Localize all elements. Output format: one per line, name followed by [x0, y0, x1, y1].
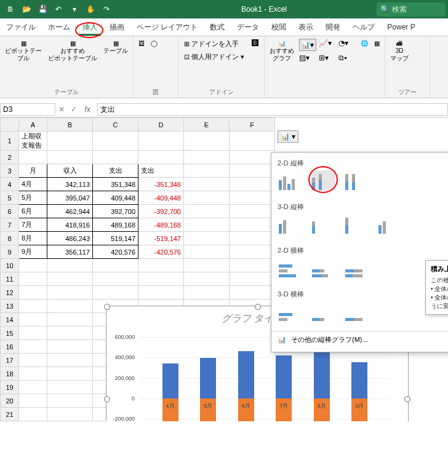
- cell[interactable]: [230, 191, 275, 205]
- cell[interactable]: [184, 259, 230, 272]
- qat-touch-icon[interactable]: ✋: [84, 2, 97, 16]
- cell[interactable]: [47, 286, 93, 299]
- bing-icon[interactable]: 🅱: [250, 39, 260, 47]
- tab-データ[interactable]: データ: [231, 20, 265, 35]
- row-header[interactable]: 3: [1, 164, 19, 178]
- cell[interactable]: [93, 132, 138, 151]
- row-header[interactable]: 1: [1, 132, 19, 151]
- shapes-button[interactable]: ◯: [150, 39, 159, 49]
- search-box[interactable]: 🔍 検索: [377, 2, 446, 17]
- cell[interactable]: -519,147: [138, 232, 184, 245]
- cell[interactable]: [230, 272, 275, 286]
- cell[interactable]: 420,576: [93, 245, 138, 259]
- cell[interactable]: [19, 286, 47, 299]
- row-header[interactable]: 14: [1, 313, 19, 327]
- tab-開発[interactable]: 開発: [319, 20, 346, 35]
- cell[interactable]: [19, 327, 47, 340]
- cell[interactable]: 8月: [19, 232, 47, 245]
- qat-save-icon[interactable]: 💾: [36, 2, 49, 16]
- get-addins-button[interactable]: ⊞ アドインを入手: [182, 39, 246, 49]
- cell[interactable]: 月: [19, 164, 47, 178]
- row-header[interactable]: 7: [1, 218, 19, 232]
- tab-ページ レイアウト[interactable]: ページ レイアウト: [130, 20, 204, 35]
- cell[interactable]: 支出: [138, 164, 184, 178]
- row-header[interactable]: 4: [1, 178, 19, 191]
- row-header[interactable]: 19: [1, 381, 19, 394]
- cell[interactable]: [93, 272, 138, 286]
- cell[interactable]: [230, 205, 275, 218]
- cell[interactable]: 395,047: [47, 191, 93, 205]
- row-header[interactable]: 6: [1, 205, 19, 218]
- line-chart-dropdown[interactable]: 📈▾: [319, 39, 336, 51]
- cell[interactable]: [230, 178, 275, 191]
- recommended-pivot-button[interactable]: ▦ おすすめ ピボットテーブル: [47, 39, 98, 63]
- cell[interactable]: [47, 259, 93, 272]
- cell[interactable]: [19, 272, 47, 286]
- row-header[interactable]: 5: [1, 191, 19, 205]
- recommended-charts-button[interactable]: 📊 おすすめ グラフ: [268, 39, 295, 63]
- row-header[interactable]: 9: [1, 245, 19, 259]
- cell[interactable]: [47, 367, 93, 381]
- tab-挿入[interactable]: 挿入: [76, 20, 103, 35]
- cell[interactable]: 519,147: [93, 232, 138, 245]
- tab-校閲[interactable]: 校閲: [265, 20, 292, 35]
- stacked-bar-icon[interactable]: [311, 258, 335, 279]
- qat-open-icon[interactable]: 📂: [20, 2, 33, 16]
- 100-stacked-bar-icon[interactable]: [344, 258, 369, 279]
- cell[interactable]: 342,113: [47, 178, 93, 191]
- cell[interactable]: [19, 299, 47, 313]
- cell[interactable]: 418,916: [47, 218, 93, 232]
- cell[interactable]: [184, 218, 230, 232]
- row-header[interactable]: 8: [1, 232, 19, 245]
- tab-数式[interactable]: 数式: [204, 20, 231, 35]
- cell[interactable]: [47, 394, 93, 408]
- cell[interactable]: [47, 272, 93, 286]
- cell[interactable]: [230, 218, 275, 232]
- row-header[interactable]: 13: [1, 299, 19, 313]
- cell[interactable]: [93, 259, 138, 272]
- col-header-F[interactable]: F: [230, 118, 275, 132]
- cell[interactable]: 7月: [19, 218, 47, 232]
- cell[interactable]: 9月: [19, 245, 47, 259]
- col-header-C[interactable]: C: [93, 118, 138, 132]
- cell[interactable]: [138, 272, 184, 286]
- cell[interactable]: [19, 354, 47, 367]
- cell[interactable]: [47, 313, 93, 327]
- cell[interactable]: 351,348: [93, 178, 138, 191]
- row-header[interactable]: 15: [1, 327, 19, 340]
- cell[interactable]: 支出: [93, 164, 138, 178]
- cell[interactable]: [19, 313, 47, 327]
- cell[interactable]: [230, 245, 275, 259]
- cell[interactable]: [184, 164, 230, 178]
- fx-icon[interactable]: fx: [80, 105, 95, 114]
- cell[interactable]: [19, 151, 47, 164]
- qat-undo-icon[interactable]: ↶: [52, 2, 65, 16]
- cell[interactable]: [19, 259, 47, 272]
- row-header[interactable]: 2: [1, 151, 19, 164]
- 3d-map-button[interactable]: 🏙 3D マップ: [389, 39, 410, 63]
- cell[interactable]: [47, 340, 93, 354]
- 3d-clustered-column-icon[interactable]: [278, 214, 302, 235]
- cell[interactable]: 462,944: [47, 205, 93, 218]
- 3d-100-stacked-column-icon[interactable]: [344, 214, 369, 235]
- cell[interactable]: [230, 164, 275, 178]
- qat-redo-icon[interactable]: ↷: [100, 2, 113, 16]
- cell[interactable]: -351,348: [138, 178, 184, 191]
- cell[interactable]: [184, 272, 230, 286]
- cell[interactable]: [184, 151, 230, 164]
- cell[interactable]: [184, 286, 230, 299]
- row-header[interactable]: 17: [1, 354, 19, 367]
- cell[interactable]: [230, 232, 275, 245]
- col-header-A[interactable]: A: [19, 118, 47, 132]
- cell[interactable]: -489,168: [138, 218, 184, 232]
- cell[interactable]: [19, 381, 47, 394]
- row-header[interactable]: 21: [1, 408, 19, 421]
- cell[interactable]: 6月: [19, 205, 47, 218]
- cell[interactable]: -392,700: [138, 205, 184, 218]
- 3d-stacked-column-icon[interactable]: [311, 214, 335, 235]
- hierarchy-chart-dropdown[interactable]: ▤▾: [299, 54, 316, 62]
- cell[interactable]: 392,700: [93, 205, 138, 218]
- pivot-chart-button[interactable]: ▦: [373, 39, 381, 49]
- pivot-table-button[interactable]: ▦ ピボットテー ブル: [4, 39, 43, 63]
- cell[interactable]: [47, 381, 93, 394]
